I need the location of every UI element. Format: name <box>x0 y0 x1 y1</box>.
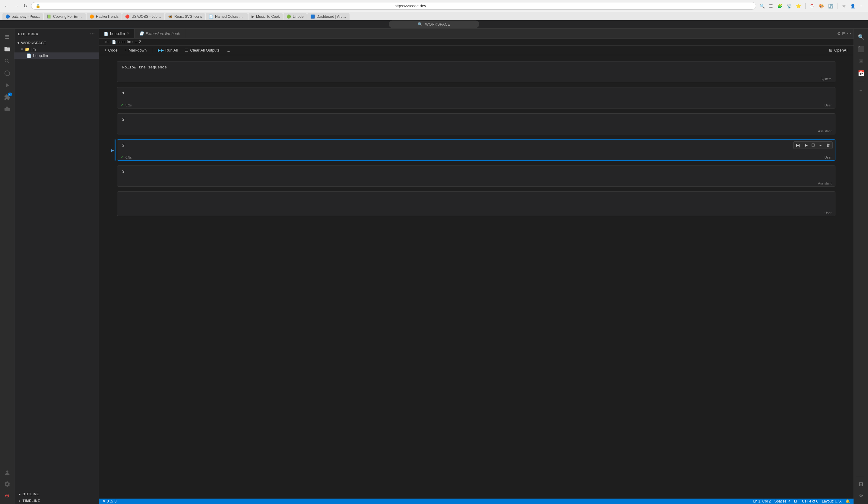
status-spaces[interactable]: Spaces: 4 <box>775 499 790 503</box>
tab-namedcolors[interactable]: 📄 Named Colors Wh... <box>206 13 248 20</box>
notebook-content[interactable]: Follow the sequence System 1 ✓ 3.2s <box>99 55 854 498</box>
tab-usajobs[interactable]: 🔴 USAJOBS - Job A... <box>122 13 164 20</box>
toolbar-separator <box>152 48 152 53</box>
tab-extension[interactable]: 📄 Extension: llm-book <box>135 29 185 38</box>
more-toolbar-button[interactable]: ... <box>224 47 233 54</box>
activity-bar-run[interactable] <box>2 80 13 91</box>
browser-chrome: ← → ↻ 🔒 https://vscode.dev 🔍 ☷ 🧩 📡 ⭐ 🛡 🎨… <box>0 0 868 29</box>
openai-icon: ⊞ <box>829 48 833 52</box>
cell-user-2-container[interactable]: ▶| |▶ ☐ ⋯ 🗑 2 ✓ 0.5s User <box>117 139 835 161</box>
right-panel-calendar[interactable]: 📅 <box>856 68 867 79</box>
favorites-btn[interactable]: ⭐ <box>795 2 802 10</box>
activity-bar-menu[interactable]: ☰ <box>2 32 13 42</box>
activity-bar-settings[interactable] <box>2 479 13 490</box>
tab-cooking[interactable]: 📗 Cooking For Engin... <box>44 13 86 20</box>
cell-time: 3.2s <box>125 103 132 107</box>
breadcrumb-sep-2: › <box>132 40 134 44</box>
tab-reactsvg[interactable]: 🦋 React SVG Icons <box>165 13 205 20</box>
run-cell-icon[interactable]: ▶ <box>111 148 114 152</box>
breadcrumb-file[interactable]: 📄boop.llm <box>112 40 131 44</box>
extensions-btn[interactable]: 🧩 <box>776 2 784 10</box>
tab-musictocook[interactable]: ▶ Music To Cook <box>249 13 282 20</box>
activity-bar-explorer[interactable] <box>2 44 13 54</box>
breadcrumb-cell[interactable]: ☰2 <box>135 40 141 44</box>
run-above-btn[interactable]: ▶| <box>795 142 801 148</box>
cast-btn[interactable]: 📡 <box>785 2 793 10</box>
user-2-text: 2 <box>122 143 125 148</box>
tab-favicon-namedcolors: 📄 <box>209 14 213 19</box>
more-editor-icon[interactable]: ⋯ <box>847 31 851 36</box>
tab-label: boop.llm <box>110 31 125 36</box>
tab-close-icon[interactable]: ✕ <box>127 32 130 35</box>
search-browser-btn[interactable]: 🔍 <box>758 2 766 10</box>
openai-button[interactable]: ⊞ OpenAI <box>826 47 851 54</box>
collections-btn[interactable]: ☆ <box>841 2 847 10</box>
status-encoding[interactable]: LF <box>794 499 798 503</box>
right-panel-mail[interactable]: ✉ <box>856 56 867 67</box>
activity-bar-account[interactable] <box>2 467 13 478</box>
add-markdown-button[interactable]: + Markdown <box>122 47 150 54</box>
activity-bar-search[interactable] <box>2 56 13 67</box>
status-layout[interactable]: Layout: U.S. <box>822 499 842 503</box>
tab-boop-llm[interactable]: 📄 boop.llm ✕ <box>99 29 135 38</box>
status-notification-icon[interactable]: 🔔 <box>845 499 850 503</box>
cell-system-container[interactable]: Follow the sequence System <box>117 61 835 82</box>
cell-assistant-2-container[interactable]: 3 Assistant <box>117 166 835 187</box>
more-cell-btn[interactable]: ⋯ <box>817 142 824 148</box>
right-panel-settings[interactable]: ⚙ <box>856 490 867 501</box>
tab-dashboard[interactable]: 🟦 Dashboard | ArcGl... <box>307 13 350 20</box>
add-cell-btn[interactable]: ☐ <box>810 142 816 148</box>
shield-btn[interactable]: 🛡 <box>809 2 816 10</box>
more-btn[interactable]: ⋯ <box>858 2 865 10</box>
tab-linode[interactable]: 🟢 Linode <box>283 13 307 20</box>
activity-bar-remote-indicator[interactable]: ⊕ <box>2 490 13 501</box>
cell-user-1-container[interactable]: 1 ✓ 3.2s User <box>117 87 835 108</box>
sync-btn[interactable]: 🔄 <box>827 2 835 10</box>
back-button[interactable]: ← <box>3 2 10 10</box>
workspace-folder[interactable]: ▼ WORKSPACE <box>14 40 99 46</box>
tab-hackertrends[interactable]: 🟠 HackerTrends <box>86 13 122 20</box>
cell-assistant-2-content: 3 <box>117 166 835 180</box>
split-icon[interactable]: ⊟ <box>842 31 846 36</box>
add-code-button[interactable]: + Code <box>101 47 121 54</box>
file-boop-llm[interactable]: 📄 boop.llm <box>14 52 99 59</box>
right-panel-layout[interactable]: ⊟ <box>856 479 867 490</box>
run-all-button[interactable]: ▶▶ Run All <box>155 47 180 54</box>
command-palette[interactable]: 🔍 WORKSPACE <box>389 21 479 28</box>
cell-user-3-container[interactable]: User <box>117 191 835 216</box>
activity-bar-git[interactable] <box>2 68 13 79</box>
apps-btn[interactable]: ☷ <box>768 2 774 10</box>
cell-assistant-1-container[interactable]: 2 Assistant <box>117 113 835 135</box>
cell-user-2-content: 2 <box>117 139 835 154</box>
tab-file-icon: 📄 <box>104 32 108 36</box>
breadcrumb-llm[interactable]: llm <box>104 40 108 44</box>
tab-label-musictocook: Music To Cook <box>256 14 280 19</box>
right-panel-search[interactable]: 🔍 <box>856 32 867 42</box>
clear-all-outputs-button[interactable]: ☰ Clear All Outputs <box>182 47 223 54</box>
run-all-label: Run All <box>165 48 178 52</box>
run-all-icon: ▶▶ <box>158 48 164 52</box>
delete-cell-btn[interactable]: 🗑 <box>825 142 831 148</box>
reload-button[interactable]: ↻ <box>22 2 29 10</box>
status-errors[interactable]: ✕ 0 ⚠ 0 <box>103 499 116 503</box>
activity-bar-remote[interactable] <box>2 104 13 115</box>
timeline-header[interactable]: ► TIMELINE <box>14 498 99 503</box>
right-panel-outlook[interactable]: ⬛ <box>856 44 867 54</box>
status-bar: ✕ 0 ⚠ 0 Ln 1, Col 2 Spaces: 4 LF Cell 4 … <box>99 498 854 504</box>
forward-button[interactable]: → <box>13 2 20 10</box>
cell-assistant-1-footer: Assistant <box>117 128 835 134</box>
llm-folder[interactable]: ▼ 📁 llm <box>14 46 99 52</box>
tab-patchbay[interactable]: 🔵 patchbay - Poor... <box>2 13 43 20</box>
cell-user-3: User <box>117 191 835 216</box>
explorer-more-icon[interactable]: ⋯ <box>90 31 95 37</box>
color-btn[interactable]: 🎨 <box>818 2 825 10</box>
right-panel-add[interactable]: + <box>856 85 867 96</box>
status-position[interactable]: Ln 1, Col 2 <box>753 499 771 503</box>
error-icon: ✕ <box>103 499 105 503</box>
settings-icon[interactable]: ⚙ <box>837 31 841 36</box>
activity-bar-extensions[interactable]: 4 <box>2 92 13 103</box>
outline-header[interactable]: ► OUTLINE <box>14 491 99 497</box>
profile-btn[interactable]: 👤 <box>849 2 857 10</box>
run-below-btn[interactable]: |▶ <box>803 142 809 148</box>
address-bar[interactable]: 🔒 https://vscode.dev <box>31 2 756 10</box>
